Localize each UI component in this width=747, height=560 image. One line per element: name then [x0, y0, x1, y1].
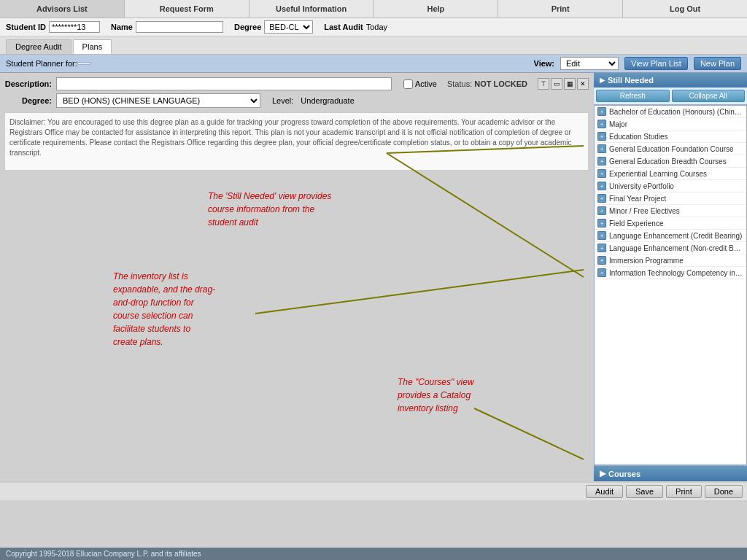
degree-form-select[interactable]: BED (HONS) (CHINESE LANGUAGE) — [56, 93, 260, 108]
description-row: Description: Active Status: NOT LOCKED ⊤… — [4, 77, 589, 90]
item-label: Experiential Learning Courses — [609, 170, 707, 178]
new-plan-button[interactable]: New Plan — [694, 57, 741, 70]
planner-header: Student Planner for: View: Edit Courses … — [0, 55, 747, 73]
still-needed-arrow: ▶ — [600, 77, 605, 84]
item-label: Major — [609, 120, 627, 128]
active-checkbox-group: Active — [403, 79, 437, 89]
toolbar-icon-3[interactable]: ▦ — [564, 78, 576, 90]
item-icon: + — [597, 268, 606, 277]
item-label: Language Enhancement (Credit Bearing) — [609, 232, 742, 240]
center-area: Description: Active Status: NOT LOCKED ⊤… — [0, 73, 594, 481]
nav-help[interactable]: Help — [374, 0, 498, 18]
name-label: Name — [111, 23, 133, 31]
status-value: NOT LOCKED — [474, 79, 527, 88]
active-checkbox[interactable] — [403, 79, 413, 89]
main-area: Description: Active Status: NOT LOCKED ⊤… — [0, 73, 747, 481]
still-needed-list: +Bachelor of Education (Honours) (Chines… — [594, 105, 747, 465]
audit-button[interactable]: Audit — [586, 485, 623, 498]
level-value: Undergraduate — [301, 96, 354, 105]
item-lang-credit[interactable]: +Language Enhancement (Credit Bearing) — [595, 230, 746, 242]
name-input[interactable] — [136, 21, 223, 33]
plans-tab[interactable]: Plans — [73, 39, 112, 54]
item-label: General Education Foundation Course — [609, 145, 734, 153]
student-id-label: Student ID — [6, 23, 46, 31]
page-wrapper: Advisors List Request Form Useful Inform… — [0, 0, 747, 560]
refresh-button[interactable]: Refresh — [596, 90, 670, 102]
item-experiential[interactable]: +Experiential Learning Courses — [595, 168, 746, 180]
item-icon: + — [597, 244, 606, 252]
item-eportfolio[interactable]: +University ePortfolio — [595, 180, 746, 192]
copyright-bar: Copyright 1995-2018 Ellucian Company L.P… — [0, 548, 747, 560]
toolbar-icon-1[interactable]: ⊤ — [538, 78, 549, 90]
nav-request-form[interactable]: Request Form — [125, 0, 249, 18]
item-education-studies[interactable]: +Education Studies — [595, 131, 746, 143]
item-lang-noncredit[interactable]: +Language Enhancement (Non-credit Bear..… — [595, 242, 746, 254]
view-plan-list-button[interactable]: View Plan List — [624, 57, 688, 70]
item-label: Information Technology Competency in Ed.… — [609, 269, 743, 277]
tabs-row: Degree Audit Plans — [0, 36, 747, 55]
item-gen-edu-foundation[interactable]: +General Education Foundation Course — [595, 143, 746, 155]
nav-useful-information[interactable]: Useful Information — [249, 0, 374, 18]
item-label: Field Experience — [609, 219, 663, 228]
description-input[interactable] — [56, 77, 392, 90]
student-name-group: Name — [111, 21, 223, 33]
courses-arrow: ▶ — [600, 469, 605, 478]
toolbar-icon-2[interactable]: ▭ — [551, 78, 562, 90]
item-minor[interactable]: +Minor / Free Electives — [595, 205, 746, 217]
degree-select-top[interactable]: BED-CL — [264, 20, 313, 34]
active-label: Active — [415, 79, 437, 88]
item-major[interactable]: +Major — [595, 118, 746, 131]
item-icon: + — [597, 169, 606, 178]
student-id-input[interactable] — [49, 21, 100, 33]
item-icon: + — [597, 182, 606, 190]
top-nav: Advisors List Request Form Useful Inform… — [0, 0, 747, 18]
item-label: University ePortfolio — [609, 182, 674, 190]
item-icon: + — [597, 231, 606, 240]
degree-label: Degree — [234, 23, 261, 31]
nav-log-out[interactable]: Log Out — [623, 0, 747, 18]
last-audit-group: Last Audit Today — [324, 23, 387, 31]
degree-audit-tab[interactable]: Degree Audit — [6, 39, 71, 54]
last-audit-value: Today — [366, 23, 387, 31]
right-panel: ▶ Still Needed Refresh Collapse All +Bac… — [594, 73, 747, 481]
nav-advisors-list[interactable]: Advisors List — [0, 0, 125, 18]
degree-form-label: Degree: — [4, 96, 52, 105]
still-needed-header: ▶ Still Needed — [594, 73, 747, 88]
item-label: Immersion Programme — [609, 257, 684, 265]
item-icon: + — [597, 132, 606, 141]
courses-title: Courses — [608, 470, 640, 478]
collapse-all-button[interactable]: Collapse All — [672, 90, 746, 102]
toolbar-icon-4[interactable]: ✕ — [577, 78, 589, 90]
still-needed-buttons: Refresh Collapse All — [594, 88, 747, 105]
item-it-competency[interactable]: +Information Technology Competency in Ed… — [595, 267, 746, 279]
student-planner-label: Student Planner for: — [6, 59, 77, 68]
item-icon: + — [597, 206, 606, 215]
item-icon: + — [597, 144, 606, 153]
student-id-group: Student ID — [6, 21, 100, 33]
item-label: Education Studies — [609, 133, 668, 141]
item-immersion[interactable]: +Immersion Programme — [595, 254, 746, 267]
view-label: View: — [534, 59, 555, 68]
item-gen-edu-breadth[interactable]: +General Education Breadth Courses — [595, 155, 746, 168]
item-label: Minor / Free Electives — [609, 207, 680, 215]
still-needed-title: Still Needed — [608, 76, 654, 85]
copyright-text: Copyright 1995-2018 Ellucian Company L.P… — [6, 550, 201, 558]
student-info-row: Student ID Name Degree BED-CL Last Audit… — [0, 18, 747, 36]
view-select[interactable]: Edit Courses Still Needed — [560, 57, 619, 70]
item-field-experience[interactable]: +Field Experience — [595, 217, 746, 230]
print-bottom-button[interactable]: Print — [666, 485, 702, 498]
save-button[interactable]: Save — [626, 485, 663, 498]
courses-header[interactable]: ▶ Courses — [594, 465, 747, 481]
item-label: Language Enhancement (Non-credit Bear... — [609, 244, 743, 252]
item-label: Final Year Project — [609, 195, 666, 203]
degree-group: Degree BED-CL — [234, 20, 313, 34]
item-label: General Education Breadth Courses — [609, 158, 727, 166]
nav-print[interactable]: Print — [498, 0, 623, 18]
toolbar-icons: ⊤ ▭ ▦ ✕ — [538, 78, 589, 90]
item-icon: + — [597, 157, 606, 166]
status-label: Status: — [447, 79, 472, 88]
item-final-year[interactable]: +Final Year Project — [595, 192, 746, 205]
done-button[interactable]: Done — [705, 485, 743, 498]
item-bachelor[interactable]: +Bachelor of Education (Honours) (Chines… — [595, 106, 746, 118]
last-audit-label: Last Audit — [324, 23, 363, 31]
